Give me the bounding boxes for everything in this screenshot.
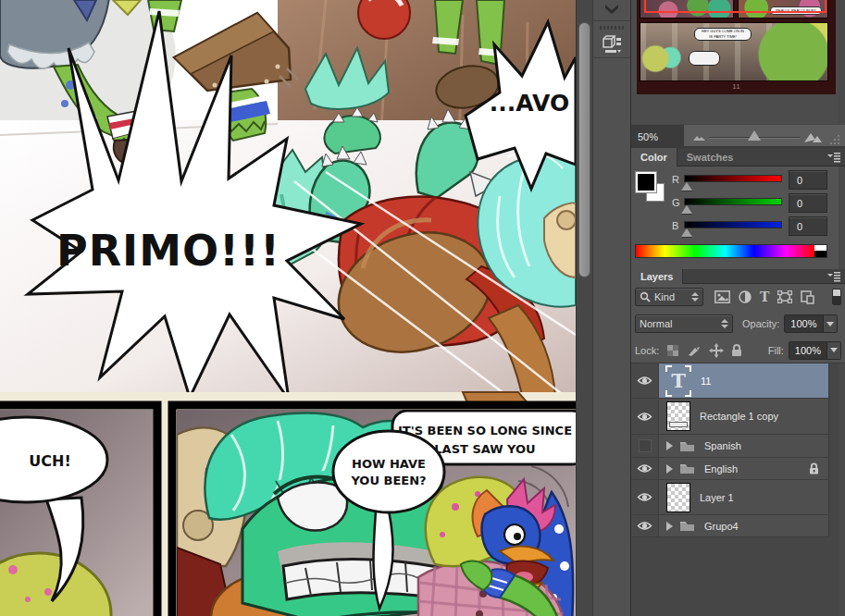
group-expand-icon[interactable]: [666, 464, 673, 474]
filter-kind-dropdown[interactable]: Kind: [635, 288, 703, 306]
group-expand-icon[interactable]: [666, 522, 673, 531]
visibility-toggle[interactable]: [631, 363, 659, 398]
bottom-left-panel: UCH!: [0, 405, 157, 616]
channel-row-g: G 0: [672, 194, 839, 215]
how-text-line2: YOU BEEN?: [350, 474, 426, 487]
visibility-toggle[interactable]: [631, 515, 659, 536]
tab-swatches[interactable]: Swatches: [677, 148, 743, 166]
bird-character: [418, 477, 573, 616]
search-icon: [640, 291, 651, 302]
group-expand-icon[interactable]: [666, 441, 673, 450]
canvas-vertical-scrollbar[interactable]: [576, 0, 592, 616]
layer-list: T 11 Rectangle 1 copy: [631, 363, 829, 537]
layer-name: Rectangle 1 copy: [700, 411, 778, 422]
layer-thumbnail[interactable]: [666, 483, 690, 512]
color-panel-menu-button[interactable]: [823, 148, 845, 166]
smart-object-filter-icon[interactable]: [801, 290, 814, 304]
zoom-in-icon[interactable]: [803, 130, 824, 143]
r-value-field[interactable]: 0: [789, 170, 827, 190]
tab-color[interactable]: Color: [631, 148, 677, 166]
text-layer-thumbnail[interactable]: T: [665, 365, 691, 397]
r-slider-track[interactable]: [684, 175, 782, 182]
eye-icon: [637, 463, 652, 474]
layer-row-layer-1[interactable]: Layer 1: [631, 480, 828, 515]
shape-layer-filter-icon[interactable]: [777, 290, 792, 303]
type-layer-filter-icon[interactable]: T: [760, 290, 769, 304]
layer-name: Spanish: [704, 440, 741, 451]
foreground-color-swatch[interactable]: [635, 171, 657, 193]
visibility-toggle[interactable]: [631, 435, 659, 457]
layer-name: Layer 1: [700, 492, 734, 503]
folder-icon: [679, 462, 695, 474]
tab-layers[interactable]: Layers: [631, 269, 683, 284]
collapse-dock-button[interactable]: [593, 0, 630, 21]
avo-text: ...AVO: [490, 90, 569, 117]
zoom-out-icon[interactable]: [691, 131, 708, 142]
filter-toggle-icon[interactable]: [832, 289, 841, 305]
lock-label: Lock:: [635, 345, 659, 356]
collapse-panels-icon: [603, 3, 621, 18]
3d-panel-button[interactable]: [593, 21, 630, 58]
layer-row-grupo4[interactable]: Grupo4: [631, 515, 828, 537]
long-text-line1: IT'S BEEN SO LONG SINCE: [398, 424, 572, 437]
hidden-eye-well: [639, 439, 652, 452]
g-slider-thumb[interactable]: [681, 205, 692, 214]
opacity-label: Opacity:: [742, 318, 779, 329]
layer-row-rectangle-1-copy[interactable]: Rectangle 1 copy: [631, 399, 828, 435]
layer-name: 11: [701, 376, 711, 387]
thumbnail-page-number: 11: [637, 82, 836, 91]
r-slider-thumb[interactable]: [681, 182, 692, 191]
collapsed-panel-dock: [592, 0, 631, 616]
panel-menu-icon: [826, 152, 841, 163]
pixel-layer-filter-icon[interactable]: [715, 290, 730, 303]
document-canvas[interactable]: PRIMO!!! ...AVO UCH!: [0, 0, 576, 616]
folder-icon: [679, 440, 695, 452]
color-panel: Color Swatches R 0 G: [631, 148, 839, 269]
layers-panel-menu-button[interactable]: [823, 269, 845, 284]
blend-mode-dropdown[interactable]: Normal: [635, 314, 733, 333]
g-value-field[interactable]: 0: [789, 193, 827, 213]
fill-dropdown[interactable]: 100%: [789, 341, 841, 360]
black-white-shortcut[interactable]: [814, 245, 826, 257]
layer-row-english[interactable]: English: [631, 458, 828, 480]
blend-mode-row: Normal Opacity: 100%: [631, 310, 845, 338]
comic-artwork: PRIMO!!! ...AVO UCH!: [0, 0, 576, 616]
navigator-thumbnail[interactable]: REALLY, REALLY BUSY HEY GUYS COME ON IN …: [637, 0, 836, 94]
ouch-text: UCH!: [29, 452, 70, 470]
color-spectrum-ramp[interactable]: [635, 244, 827, 258]
g-slider-track[interactable]: [684, 198, 782, 205]
bottom-right-panel: IT'S BEEN SO LONG SINCE LAST SAW YOU HOW…: [172, 405, 576, 616]
navigator-view-proxy[interactable]: [644, 0, 826, 13]
opacity-dropdown[interactable]: 100%: [784, 314, 837, 333]
filter-kind-label: Kind: [654, 291, 675, 302]
zoom-slider-thumb[interactable]: [748, 130, 761, 141]
folder-icon: [679, 520, 695, 532]
panel-resize-grip-icon[interactable]: [829, 134, 840, 145]
r-label: R: [672, 174, 679, 185]
g-label: G: [672, 197, 680, 208]
visibility-toggle[interactable]: [631, 399, 659, 434]
b-slider-thumb[interactable]: [681, 228, 692, 237]
channel-row-b: B 0: [672, 217, 839, 238]
layer-row-11[interactable]: T 11: [631, 363, 828, 399]
navigator-zoom-value[interactable]: 50%: [631, 125, 684, 149]
lock-paint-icon[interactable]: [687, 344, 702, 357]
visibility-toggle[interactable]: [631, 480, 659, 514]
thumbnail-bubble-main: HEY GUYS COME ON IN IS PARTY TIME!: [694, 28, 752, 41]
opacity-value: 100%: [785, 315, 822, 332]
lock-transparency-icon[interactable]: [666, 344, 679, 357]
fill-label: Fill:: [768, 345, 784, 356]
eye-icon: [637, 376, 652, 386]
lock-row: Lock: Fill: 100%: [631, 338, 845, 363]
how-text-line1: HOW HAVE: [352, 457, 426, 471]
visibility-toggle[interactable]: [631, 458, 659, 479]
b-slider-track[interactable]: [684, 221, 782, 228]
lock-all-icon[interactable]: [731, 344, 742, 357]
adjustment-layer-filter-icon[interactable]: [739, 290, 752, 303]
layer-row-spanish[interactable]: Spanish: [631, 435, 828, 458]
b-value-field[interactable]: 0: [789, 216, 827, 236]
scrollbar-thumb[interactable]: [578, 22, 590, 277]
layer-name: English: [704, 463, 738, 474]
lock-position-icon[interactable]: [709, 343, 724, 358]
layer-thumbnail[interactable]: [666, 401, 690, 431]
